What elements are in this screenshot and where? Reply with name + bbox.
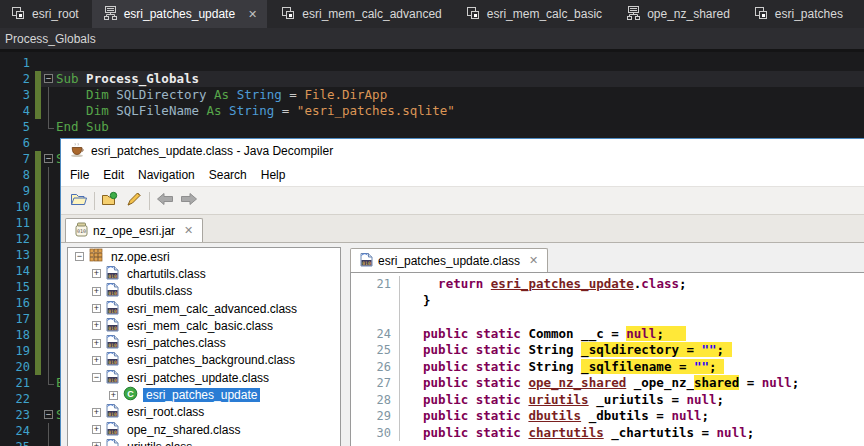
tree-item-esri_root-class[interactable]: +010esri_root.class (68, 404, 340, 421)
fold-gutter (41, 391, 56, 407)
back-arrow-icon (156, 192, 174, 209)
close-icon[interactable]: ✕ (248, 8, 257, 21)
tree-expander[interactable]: − (75, 252, 84, 261)
code-token: ; (702, 408, 710, 423)
breadcrumb[interactable]: Process_Globals (0, 28, 864, 52)
type-hyperlink[interactable]: ope_nz_shared (528, 375, 626, 390)
workspace-tab-ope_nz_shared[interactable]: ope_nz_shared (615, 0, 740, 28)
tree-item-chartutils-class[interactable]: +010chartutils.class (68, 265, 340, 282)
close-icon[interactable]: ✕ (529, 254, 538, 267)
code-token: String (528, 359, 581, 374)
source-line-number: 21 (351, 276, 400, 293)
class-file-icon: 010 (106, 369, 124, 387)
line-number: 22 (0, 391, 33, 407)
editor-line: 2−Sub Process_Globals (0, 71, 864, 87)
line-number: 1 (0, 55, 33, 71)
tree-expander[interactable]: + (92, 425, 101, 434)
tree-item-esri_mem_calc_advanced-class[interactable]: +010esri_mem_calc_advanced.class (68, 300, 340, 317)
workspace-tab-label: esri_mem_calc_basic (487, 7, 602, 21)
menu-navigation[interactable]: Navigation (131, 168, 202, 182)
tree-expander[interactable]: + (92, 339, 101, 348)
fold-guide (48, 247, 49, 263)
toolbar (61, 186, 864, 215)
archive-tab-strip: 010 nz_ope_esri.jar ✕ (61, 215, 864, 243)
tree-expander[interactable]: + (92, 287, 101, 296)
open-file-button[interactable] (67, 190, 91, 212)
tree-expander[interactable]: + (92, 356, 101, 365)
svg-text:010: 010 (108, 429, 117, 434)
tree-item-uriutils-class[interactable]: +010uriutils.class (68, 438, 340, 446)
workspace-tab-esri_mem_calc_advanced[interactable]: esri_mem_calc_advanced (270, 0, 451, 28)
decompiled-source-view[interactable]: 21 return esri_patches_update.class; }24… (350, 272, 864, 446)
tree-item-nz-ope-esri[interactable]: −nz.ope.esri (68, 248, 340, 265)
fold-guide-end (48, 375, 54, 385)
menu-search[interactable]: Search (202, 168, 254, 182)
code-token: class (641, 276, 679, 291)
menu-file[interactable]: File (63, 168, 96, 182)
close-icon[interactable]: ✕ (184, 224, 193, 237)
fold-guide (48, 311, 49, 327)
menu-edit[interactable]: Edit (96, 168, 131, 182)
open-type-button[interactable] (98, 190, 122, 212)
window-title-bar[interactable]: esri_patches_update.class - Java Decompi… (61, 139, 864, 163)
type-hyperlink[interactable]: dbutils (528, 408, 581, 423)
source-line-number: 30 (351, 425, 400, 442)
tree-item-dbutils-class[interactable]: +010dbutils.class (68, 283, 340, 300)
source-line-number: 24 (351, 326, 400, 343)
tree-item-esri_patches_background-class[interactable]: +010esri_patches_background.class (68, 352, 340, 369)
fold-collapse-icon[interactable]: − (44, 410, 53, 419)
fold-guide (48, 103, 49, 119)
tree-item-esri_patches-class[interactable]: +010esri_patches.class (68, 334, 340, 351)
folder-type-icon (101, 191, 119, 210)
source-tab-label: esri_patches_update.class (378, 254, 520, 268)
tree-item-esri_mem_calc_basic-class[interactable]: +010esri_mem_calc_basic.class (68, 317, 340, 334)
workspace-tab-esri_patches[interactable]: esri_patches (743, 0, 853, 28)
tree-expander[interactable]: + (92, 304, 101, 313)
source-tab-strip: 010 esri_patches_update.class ✕ (350, 247, 864, 272)
workspace-tab-partial[interactable] (856, 0, 864, 28)
fold-gutter (41, 279, 56, 295)
fold-gutter[interactable]: − (41, 71, 56, 87)
code-token: _chartutils = (604, 425, 717, 440)
fold-guide (48, 183, 49, 199)
tree-item-esri_patches_update[interactable]: +Cesri_patches_update (68, 386, 340, 403)
code-token: public static (423, 342, 528, 357)
fold-gutter (41, 423, 56, 439)
fold-guide-end (48, 119, 54, 129)
tab-class-file[interactable]: 010 esri_patches_update.class ✕ (350, 248, 548, 272)
code-token: shared (694, 375, 739, 390)
type-hyperlink[interactable]: esri_patches_update (491, 276, 634, 291)
line-number: 16 (0, 295, 33, 311)
tree-expander[interactable]: + (92, 442, 101, 446)
jar-file-icon: 010 (75, 222, 88, 240)
fold-collapse-icon[interactable]: − (44, 74, 53, 83)
forward-button[interactable] (177, 190, 201, 212)
type-hyperlink[interactable]: uriutils (528, 392, 588, 407)
fold-collapse-icon[interactable]: − (44, 154, 53, 163)
source-line: 30 public static chartutils _chartutils … (351, 425, 864, 442)
tree-expander[interactable]: − (92, 373, 101, 382)
tree-expander[interactable]: + (109, 391, 118, 400)
workspace-tab-esri_patches_update[interactable]: esri_patches_update✕ (92, 0, 268, 28)
fold-gutter[interactable]: − (41, 407, 56, 423)
back-button[interactable] (153, 190, 177, 212)
code-text: Sub Process_Globals (56, 71, 864, 87)
code-token (408, 408, 423, 423)
tree-item-ope_nz_shared-class[interactable]: +010ope_nz_shared.class (68, 421, 340, 438)
line-number: 24 (0, 423, 33, 439)
fold-gutter[interactable]: − (41, 151, 56, 167)
tree-item-label: ope_nz_shared.class (124, 423, 243, 437)
tree-expander[interactable]: + (92, 321, 101, 330)
tree-item-esri_patches_update-class[interactable]: −010esri_patches_update.class (68, 369, 340, 386)
type-hyperlink[interactable]: chartutils (528, 425, 603, 440)
workspace-tab-esri_root[interactable]: esri_root (0, 0, 89, 28)
tree-expander[interactable]: + (92, 269, 101, 278)
line-number: 9 (0, 183, 33, 199)
tree-expander[interactable]: + (92, 408, 101, 417)
fold-gutter (41, 439, 56, 446)
workspace-tab-esri_mem_calc_basic[interactable]: esri_mem_calc_basic (455, 0, 612, 28)
tab-jar-file[interactable]: 010 nz_ope_esri.jar ✕ (65, 218, 203, 242)
fold-gutter (41, 55, 56, 71)
search-button[interactable] (122, 190, 146, 212)
menu-help[interactable]: Help (254, 168, 293, 182)
